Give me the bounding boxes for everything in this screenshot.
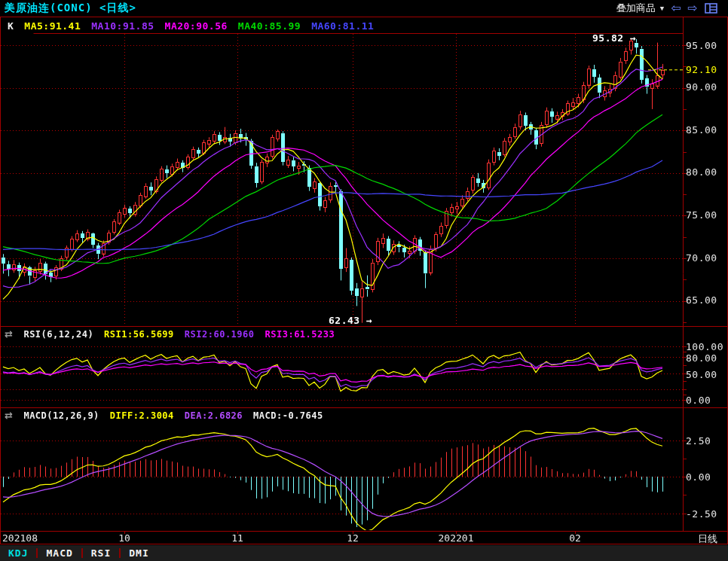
macd-name: MACD(12,26,9) (23, 410, 99, 421)
k-label: K (8, 20, 14, 32)
macd-axis-label: -2.50 (686, 508, 717, 520)
title-bar: 美原油连(CONC) <日线> 叠加商品 ▼ ⇦ ⇨ (0, 0, 728, 17)
rsi-value-label: RSI2:60.1960 (185, 329, 255, 340)
tab-rsi[interactable]: RSI (91, 547, 111, 559)
scroll-right-button[interactable]: ⇨ (688, 2, 698, 14)
rsi-axis-label: 80.00 (686, 352, 717, 364)
period-label: 日线 (698, 532, 717, 546)
time-axis-label: 11 (231, 532, 243, 544)
chevron-down-icon: ▼ (660, 5, 664, 12)
rsi-axis-label: 100.00 (686, 341, 723, 352)
swap-indicator-icon[interactable]: ⇄ (5, 328, 13, 340)
price-axis-label: 90.00 (686, 81, 717, 93)
macd-value-label: DIFF:2.3004 (110, 410, 174, 421)
macd-values: DIFF:2.3004DEA:2.6826MACD:-0.7645 (110, 410, 323, 421)
tab-separator (36, 548, 38, 558)
price-axis-label: 80.00 (686, 166, 717, 178)
rsi-values: RSI1:56.5699RSI2:60.1960RSI3:61.5233 (104, 329, 335, 340)
indicator-tab-bar: KDJMACDRSIDMI (0, 545, 728, 561)
price-axis-label: 95.00 (686, 40, 717, 51)
instrument-title: 美原油连(CONC) <日线> (5, 2, 136, 15)
ma-value-label: MA10:91.85 (91, 20, 154, 32)
title-bar-controls: 叠加商品 ▼ ⇦ ⇨ (616, 2, 717, 15)
ma-value-label: MA60:81.11 (311, 20, 374, 32)
ma-value-label: MA40:85.99 (238, 20, 301, 32)
time-axis-label: 202108 (2, 532, 38, 544)
price-annotation: 95.82 → (592, 32, 636, 44)
rsi-name: RSI(6,12,24) (23, 329, 93, 340)
time-axis-label: 12 (347, 532, 359, 544)
ma-value-label: MA5:91.41 (24, 20, 81, 32)
rsi-axis-label: 50.00 (686, 369, 717, 380)
price-axis-label: 75.00 (686, 209, 717, 221)
kline-chart-canvas[interactable] (0, 0, 728, 561)
macd-indicator-header: ⇄ MACD(12,26,9) DIFF:2.3004DEA:2.6826MAC… (0, 409, 323, 422)
kline-ma-values: MA5:91.41MA10:91.85MA20:90.56MA40:85.99M… (24, 20, 374, 32)
time-axis-label: 02 (569, 532, 581, 544)
overlay-commodity-dropdown[interactable]: 叠加商品 ▼ (616, 2, 664, 15)
macd-value-label: DEA:2.6826 (185, 410, 243, 421)
swap-indicator-icon[interactable]: ⇄ (5, 410, 13, 421)
rsi-indicator-header: ⇄ RSI(6,12,24) RSI1:56.5699RSI2:60.1960R… (0, 328, 335, 340)
rsi-axis-label: 0.00 (686, 395, 711, 406)
tab-kdj[interactable]: KDJ (8, 547, 28, 559)
tab-separator (81, 548, 83, 558)
tab-macd[interactable]: MACD (46, 547, 72, 559)
macd-axis-label: 0.00 (686, 471, 711, 483)
rsi-value-label: RSI3:61.5233 (265, 329, 335, 340)
macd-value-label: MACD:-0.7645 (253, 410, 323, 421)
rsi-value-label: RSI1:56.5699 (104, 329, 174, 340)
time-axis-label: 202201 (439, 532, 474, 544)
time-axis-label: 10 (118, 532, 130, 544)
ma-value-label: MA20:90.56 (165, 20, 228, 32)
kline-indicator-header: K MA5:91.41MA10:91.85MA20:90.56MA40:85.9… (0, 18, 374, 33)
price-axis-label: 65.00 (686, 294, 717, 306)
price-annotation: 62.43 → (329, 315, 372, 326)
layout-split-icon[interactable] (705, 3, 717, 14)
overlay-commodity-label: 叠加商品 (616, 2, 656, 15)
macd-axis-label: 2.50 (686, 435, 711, 447)
price-axis-label: 92.10 (686, 64, 717, 75)
tab-separator (119, 548, 121, 558)
price-axis-label: 85.00 (686, 124, 717, 136)
tab-dmi[interactable]: DMI (129, 547, 148, 559)
chart-application: 美原油连(CONC) <日线> 叠加商品 ▼ ⇦ ⇨ K MA5:91.41MA… (0, 0, 728, 561)
scroll-left-button[interactable]: ⇦ (671, 2, 681, 14)
price-axis-label: 70.00 (686, 252, 717, 264)
